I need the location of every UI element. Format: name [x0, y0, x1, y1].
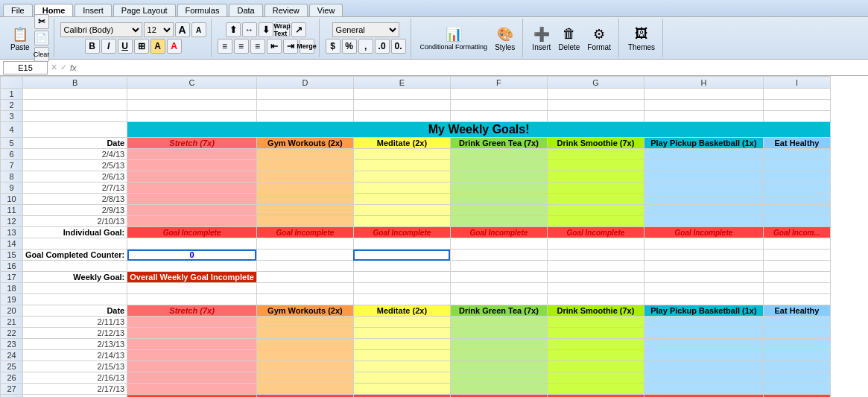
cell-reference-input[interactable]	[3, 61, 48, 74]
orientation-button[interactable]: ↗	[291, 22, 306, 37]
cell-12-6[interactable]	[547, 216, 644, 227]
cell-20-8[interactable]: Eat Healthy	[763, 305, 830, 317]
row-header-3[interactable]: 3	[1, 111, 23, 122]
cell-11-8[interactable]	[763, 205, 830, 216]
row-header-23[interactable]: 23	[1, 339, 23, 350]
cell-17-8[interactable]	[763, 272, 830, 283]
cell-15-6[interactable]	[547, 250, 644, 261]
cell-26-5[interactable]	[450, 372, 547, 384]
cell-11-4[interactable]	[353, 205, 450, 216]
cell-22-7[interactable]	[644, 328, 763, 339]
col-header-F[interactable]: F	[450, 77, 547, 89]
cell-7-3[interactable]	[256, 160, 353, 171]
cell-25-7[interactable]	[644, 361, 763, 372]
cell-13-1[interactable]: Individual Goal:	[23, 227, 127, 238]
cell-24-7[interactable]	[644, 350, 763, 361]
comma-button[interactable]: ,	[358, 39, 373, 54]
cell-25-4[interactable]	[353, 361, 450, 372]
cell-12-7[interactable]	[644, 216, 763, 227]
cell-17-1[interactable]: Weekly Goal:	[23, 272, 127, 283]
col-header-E[interactable]: E	[353, 77, 450, 89]
cell-6-7[interactable]	[644, 149, 763, 160]
row-header-26[interactable]: 26	[1, 372, 23, 384]
cell-20-7[interactable]: Play Pickup Basketball (1x)	[644, 305, 763, 317]
cell-16-3[interactable]	[256, 261, 353, 272]
row-header-20[interactable]: 20	[1, 305, 23, 317]
cell-10-5[interactable]	[450, 194, 547, 205]
cell-14-5[interactable]	[450, 238, 547, 250]
cell-25-8[interactable]	[763, 361, 830, 372]
row-header-28[interactable]: 28	[1, 395, 23, 398]
cell-26-8[interactable]	[763, 372, 830, 384]
cell-15-5[interactable]	[450, 250, 547, 261]
cell-11-5[interactable]	[450, 205, 547, 216]
cell-9-6[interactable]	[547, 182, 644, 194]
tab-data[interactable]: Data	[229, 4, 262, 16]
cell-15-8[interactable]	[763, 250, 830, 261]
cell-23-2[interactable]	[127, 339, 257, 350]
cell-20-6[interactable]: Drink Smoothie (7x)	[547, 305, 644, 317]
cell-3-8[interactable]	[763, 111, 830, 122]
cell-3-3[interactable]	[256, 111, 353, 122]
cell-22-1[interactable]: 2/12/13	[23, 328, 127, 339]
cell-17-5[interactable]	[450, 272, 547, 283]
cell-14-2[interactable]	[127, 238, 257, 250]
cell-8-6[interactable]	[547, 171, 644, 182]
cell-24-2[interactable]	[127, 350, 257, 361]
cell-14-6[interactable]	[547, 238, 644, 250]
tab-review[interactable]: Review	[264, 4, 308, 16]
row-header-15[interactable]: 15	[1, 250, 23, 261]
cell-15-1[interactable]: Goal Completed Counter:	[23, 250, 127, 261]
cell-3-4[interactable]	[353, 111, 450, 122]
cell-13-3[interactable]: Goal Incomplete	[256, 227, 353, 238]
insert-button[interactable]: ➕ Insert	[529, 24, 554, 53]
cell-2-4[interactable]	[353, 100, 450, 111]
row-header-22[interactable]: 22	[1, 328, 23, 339]
cell-6-6[interactable]	[547, 149, 644, 160]
styles-button[interactable]: 🎨 Styles	[492, 24, 518, 53]
cell-11-1[interactable]: 2/9/13	[23, 205, 127, 216]
cell-11-7[interactable]	[644, 205, 763, 216]
themes-button[interactable]: 🖼 Themes	[625, 24, 658, 53]
tab-insert[interactable]: Insert	[75, 4, 112, 16]
cell-8-1[interactable]: 2/6/13	[23, 171, 127, 182]
cell-19-8[interactable]	[763, 294, 830, 305]
col-header-H[interactable]: H	[644, 77, 763, 89]
cell-10-1[interactable]: 2/8/13	[23, 194, 127, 205]
col-header-I[interactable]: I	[763, 77, 830, 89]
cell-23-6[interactable]	[547, 339, 644, 350]
cell-24-8[interactable]	[763, 350, 830, 361]
cell-19-2[interactable]	[127, 294, 257, 305]
cell-5-7[interactable]: Play Pickup Basketball (1x)	[644, 138, 763, 149]
cell-20-2[interactable]: Stretch (7x)	[127, 305, 257, 317]
cell-9-8[interactable]	[763, 182, 830, 194]
cell-22-4[interactable]	[353, 328, 450, 339]
clear-button[interactable]: Clear	[34, 47, 49, 62]
row-header-17[interactable]: 17	[1, 272, 23, 283]
cell-27-7[interactable]	[644, 384, 763, 395]
cell-9-2[interactable]	[127, 182, 257, 194]
row-header-9[interactable]: 9	[1, 182, 23, 194]
align-right-button[interactable]: ≡	[250, 39, 265, 54]
cell-25-5[interactable]	[450, 361, 547, 372]
row-header-19[interactable]: 19	[1, 294, 23, 305]
cell-24-5[interactable]	[450, 350, 547, 361]
row-header-16[interactable]: 16	[1, 261, 23, 272]
bold-button[interactable]: B	[85, 39, 100, 54]
cell-6-1[interactable]: 2/4/13	[23, 149, 127, 160]
row-header-27[interactable]: 27	[1, 384, 23, 395]
cell-21-1[interactable]: 2/11/13	[23, 317, 127, 328]
cell-22-6[interactable]	[547, 328, 644, 339]
cell-16-7[interactable]	[644, 261, 763, 272]
row-header-24[interactable]: 24	[1, 350, 23, 361]
cell-7-5[interactable]	[450, 160, 547, 171]
row-header-14[interactable]: 14	[1, 238, 23, 250]
cell-2-5[interactable]	[450, 100, 547, 111]
cell-4-1[interactable]	[23, 122, 127, 138]
cell-8-7[interactable]	[644, 171, 763, 182]
cell-17-7[interactable]	[644, 272, 763, 283]
cell-19-3[interactable]	[256, 294, 353, 305]
cell-9-3[interactable]	[256, 182, 353, 194]
cell-22-3[interactable]	[256, 328, 353, 339]
cell-26-7[interactable]	[644, 372, 763, 384]
